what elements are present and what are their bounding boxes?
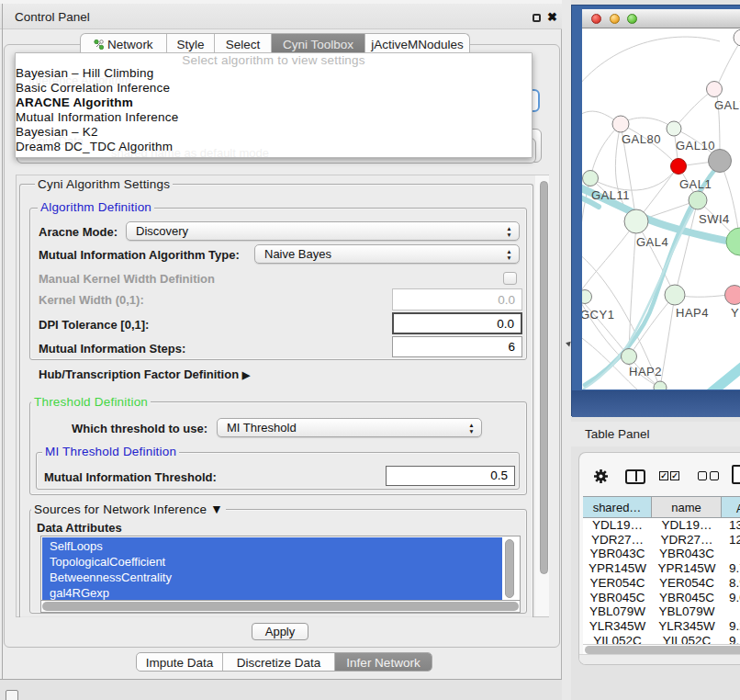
svg-text:GCY1: GCY1	[582, 308, 614, 322]
svg-text:GAL10: GAL10	[676, 139, 715, 152]
svg-text:HAP4: HAP4	[676, 306, 709, 320]
svg-text:GAL7: GAL7	[714, 98, 740, 112]
svg-text:HAP2: HAP2	[629, 365, 662, 378]
svg-text:GAL4: GAL4	[636, 235, 668, 249]
svg-text:GAL1: GAL1	[679, 177, 712, 191]
svg-text:Y: Y	[731, 306, 739, 320]
svg-text:GAL11: GAL11	[591, 188, 630, 202]
svg-text:SWI4: SWI4	[699, 212, 730, 226]
svg-text:GAL80: GAL80	[622, 132, 661, 146]
